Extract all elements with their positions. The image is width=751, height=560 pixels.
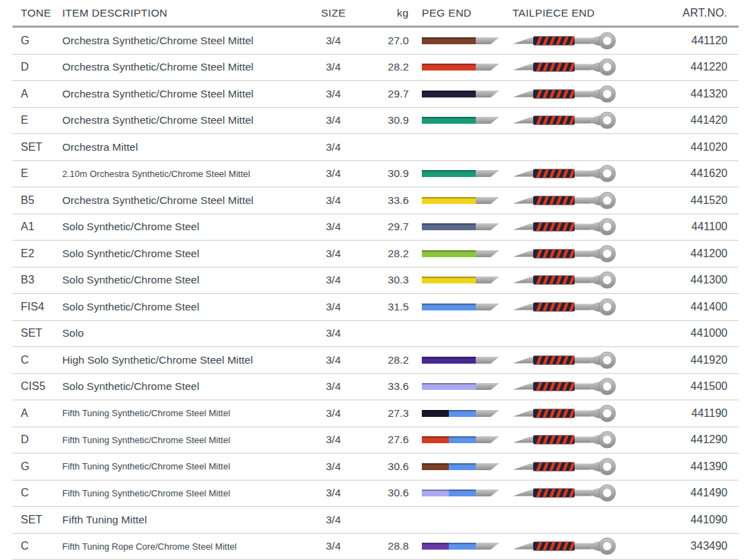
art-no-cell: 441420 — [616, 114, 739, 127]
peg-end-graphic — [422, 35, 499, 46]
peg-end-graphic — [422, 355, 499, 366]
peg-end-cell — [409, 195, 512, 206]
tone-cell: SET — [12, 514, 62, 526]
item-description-cell: Orchestra Mittel — [62, 141, 313, 153]
item-description-cell: Orchestra Synthetic/Chrome Steel Mittel — [62, 88, 313, 100]
tailpiece-end-cell — [512, 162, 616, 185]
tone-cell: SET — [12, 141, 62, 153]
size-cell: 3/4 — [313, 35, 353, 47]
item-description-cell: Fifth Tuning Mittel — [62, 514, 313, 526]
table-row: A Fifth Tuning Synthetic/Chrome Steel Mi… — [12, 400, 739, 427]
table-row: CIS5 Solo Synthetic/Chrome Steel 3/4 33.… — [12, 374, 739, 401]
tailpiece-end-cell — [512, 535, 616, 557]
table-row: E Orchestra Synthetic/Chrome Steel Mitte… — [12, 108, 739, 135]
item-description-cell: Solo — [62, 327, 313, 339]
item-description-cell: Solo Synthetic/Chrome Steel — [62, 301, 313, 313]
peg-end-graphic — [422, 248, 499, 259]
kg-cell: 33.6 — [353, 194, 409, 207]
tailpiece-end-graphic — [512, 243, 616, 265]
table-row: C High Solo Synthetic/Chrome Steel Mitte… — [12, 347, 739, 374]
tailpiece-end-cell — [512, 456, 616, 478]
art-no-cell: 441490 — [616, 487, 739, 499]
peg-end-cell — [409, 35, 512, 46]
tone-cell: SET — [12, 327, 62, 339]
tailpiece-end-graphic — [512, 189, 616, 212]
peg-end-graphic — [422, 274, 499, 286]
kg-cell: 31.5 — [353, 301, 409, 313]
table-row: A1 Solo Synthetic/Chrome Steel 3/4 29.7 … — [12, 214, 739, 241]
art-no-cell: 343490 — [616, 540, 739, 552]
size-cell: 3/4 — [313, 407, 353, 420]
peg-end-cell — [409, 381, 512, 392]
size-cell: 3/4 — [313, 61, 353, 73]
size-cell: 3/4 — [313, 487, 353, 499]
tailpiece-end-graphic — [512, 83, 616, 105]
tone-cell: A — [12, 407, 62, 420]
column-header-tone: TONE — [12, 7, 62, 19]
peg-end-graphic — [422, 434, 499, 445]
tone-cell: C — [12, 487, 62, 499]
table-header-row: TONE ITEM DESCRIPTION SIZE kg PEG END TA… — [12, 0, 739, 28]
tailpiece-end-graphic — [512, 402, 616, 424]
tone-cell: FIS4 — [12, 301, 62, 313]
kg-cell: 27.6 — [353, 433, 409, 446]
table-row: FIS4 Solo Synthetic/Chrome Steel 3/4 31.… — [12, 294, 739, 321]
tailpiece-end-cell — [512, 216, 616, 238]
peg-end-graphic — [422, 487, 499, 498]
art-no-cell: 441290 — [616, 433, 739, 446]
peg-end-cell — [409, 301, 512, 312]
tone-cell: CIS5 — [12, 380, 62, 393]
table-row: E 2.10m Orchestra Synthetic/Chrome Steel… — [12, 161, 739, 188]
kg-cell: 29.7 — [353, 221, 409, 233]
tailpiece-end-cell — [512, 243, 616, 265]
tailpiece-end-graphic — [512, 375, 616, 398]
tailpiece-end-cell — [512, 402, 616, 424]
peg-end-cell — [409, 248, 512, 259]
peg-end-cell — [409, 221, 512, 232]
size-cell: 3/4 — [313, 514, 353, 526]
kg-cell: 33.6 — [353, 380, 409, 393]
peg-end-cell — [409, 541, 512, 552]
art-no-cell: 441090 — [616, 514, 739, 526]
tailpiece-end-cell — [512, 269, 616, 291]
column-header-size: SIZE — [313, 7, 353, 19]
tailpiece-end-cell — [512, 375, 616, 398]
size-cell: 3/4 — [313, 460, 353, 473]
kg-cell: 30.6 — [353, 460, 409, 473]
tailpiece-end-cell — [512, 83, 616, 105]
peg-end-graphic — [422, 541, 499, 552]
item-description-cell: Solo Synthetic/Chrome Steel — [62, 274, 313, 286]
tone-cell: A — [12, 88, 62, 100]
size-cell: 3/4 — [313, 433, 353, 446]
column-header-art-no: ART.NO. — [616, 7, 739, 19]
table-row: C Fifth Tuning Synthetic/Chrome Steel Mi… — [12, 480, 739, 507]
art-no-cell: 441390 — [616, 460, 739, 473]
tailpiece-end-graphic — [512, 109, 616, 131]
kg-cell: 28.2 — [353, 248, 409, 260]
art-no-cell: 441500 — [616, 380, 739, 393]
column-header-kg: kg — [353, 7, 409, 19]
size-cell: 3/4 — [313, 274, 353, 286]
item-description-cell: Orchestra Synthetic/Chrome Steel Mittel — [62, 114, 313, 127]
size-cell: 3/4 — [313, 88, 353, 100]
peg-end-graphic — [422, 461, 499, 472]
kg-cell: 30.6 — [353, 487, 409, 499]
item-description-cell: High Solo Synthetic/Chrome Steel Mittel — [62, 354, 313, 366]
kg-cell: 28.8 — [353, 540, 409, 552]
tailpiece-end-graphic — [512, 269, 616, 291]
art-no-cell: 441200 — [616, 248, 739, 260]
tailpiece-end-graphic — [512, 456, 616, 478]
peg-end-cell — [409, 434, 512, 445]
tone-cell: E2 — [12, 248, 62, 260]
table-row: C Fifth Tuning Rope Core/Chrome Steel Mi… — [12, 534, 739, 560]
string-catalog-table: TONE ITEM DESCRIPTION SIZE kg PEG END TA… — [0, 0, 751, 560]
size-cell: 3/4 — [313, 114, 353, 127]
kg-cell: 30.9 — [353, 114, 409, 127]
table-row: D Orchestra Synthetic/Chrome Steel Mitte… — [12, 55, 739, 82]
table-row: SET Solo 3/4 441000 — [12, 321, 739, 348]
item-description-cell: Fifth Tuning Rope Core/Chrome Steel Mitt… — [62, 541, 313, 552]
table-row: SET Fifth Tuning Mittel 3/4 441090 — [12, 507, 739, 534]
tailpiece-end-graphic — [512, 535, 616, 557]
size-cell: 3/4 — [313, 167, 353, 180]
peg-end-graphic — [422, 408, 499, 419]
